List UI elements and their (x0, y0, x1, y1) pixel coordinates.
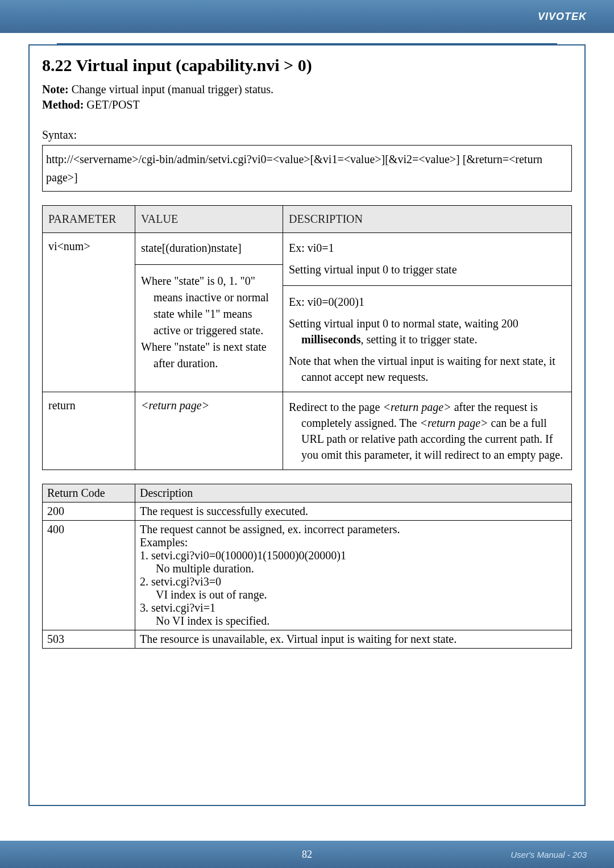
th-value: VALUE (135, 206, 283, 233)
cell-desc: The request is successfully executed. (135, 502, 572, 521)
value-part2-l2: Where "nstate" is next state after durat… (141, 339, 277, 372)
l6: 3. setvi.cgi?vi=1 (140, 601, 567, 614)
page-body: 8.22 Virtual input (capability.nvi > 0) … (0, 33, 614, 806)
l5: VI index is out of range. (140, 588, 567, 601)
brand-logo: VIVOTEK (538, 11, 587, 23)
desc2-l1: Ex: vi0=0(200)1 (289, 294, 566, 310)
desc2-l2: Setting virtual input 0 to normal state,… (289, 315, 566, 347)
cell-param: vi<num> (43, 233, 135, 392)
syntax-label: Syntax: (42, 128, 572, 142)
l4: 2. setvi.cgi?vi3=0 (140, 575, 567, 588)
note-label: Note: (42, 83, 69, 95)
table-row: vi<num> state[(duration)nstate] Where "s… (43, 233, 572, 392)
cell-code: 400 (43, 521, 135, 630)
table-row: 503 The resource is unavailable, ex. Vir… (43, 630, 572, 649)
table-row: return <return page> Redirect to the pag… (43, 392, 572, 470)
cell-desc: Redirect to the page <return page> after… (283, 392, 572, 470)
value-part2: Where "state" is 0, 1. "0" means inactiv… (141, 273, 277, 372)
header-bar: VIVOTEK (0, 0, 614, 33)
method-text: GET/POST (84, 98, 139, 111)
value-part2-l1: Where "state" is 0, 1. "0" means inactiv… (141, 273, 277, 339)
outer-page-number: User's Manual - 203 (511, 850, 587, 859)
method-label: Method: (42, 98, 84, 111)
content-box: 8.22 Virtual input (capability.nvi > 0) … (28, 44, 586, 806)
l2: 1. setvi.cgi?vi0=0(10000)1(15000)0(20000… (140, 549, 567, 562)
th-description: Description (135, 484, 572, 502)
inner-divider (283, 285, 571, 286)
note-text: Change virtual input (manual trigger) st… (69, 83, 273, 95)
desc2-l3: Note that when the virtual input is wait… (289, 353, 566, 385)
cell-param: return (43, 392, 135, 470)
l1: Examples: (140, 536, 567, 549)
return-code-table: Return Code Description 200 The request … (42, 484, 572, 649)
footer-bar: 82 User's Manual - 203 (0, 841, 614, 868)
cell-code: 200 (43, 502, 135, 521)
table-row: 400 The request cannot be assigned, ex. … (43, 521, 572, 630)
th-description: DESCRIPTION (283, 206, 572, 233)
cell-desc: The request cannot be assigned, ex. inco… (135, 521, 572, 630)
method-line: Method: GET/POST (42, 98, 572, 111)
cell-desc: Ex: vi0=1 Setting virtual input 0 to tri… (283, 233, 572, 392)
desc1-l1: Ex: vi0=1 (289, 240, 566, 256)
table-header-row: PARAMETER VALUE DESCRIPTION (43, 206, 572, 233)
section-title: 8.22 Virtual input (capability.nvi > 0) (42, 56, 572, 75)
value-part1: state[(duration)nstate] (141, 240, 277, 256)
note-line: Note: Change virtual input (manual trigg… (42, 83, 572, 96)
inner-divider (135, 264, 283, 265)
l7: No VI index is specified. (140, 614, 567, 628)
cell-value: state[(duration)nstate] Where "state" is… (135, 233, 283, 392)
inner-page-number: 82 (302, 849, 312, 861)
parameter-table: PARAMETER VALUE DESCRIPTION vi<num> stat… (42, 205, 572, 470)
cell-code: 503 (43, 630, 135, 649)
cell-value: <return page> (135, 392, 283, 470)
l0: The request cannot be assigned, ex. inco… (140, 523, 567, 536)
desc1-l2: Setting virtual input 0 to trigger state (289, 261, 566, 277)
l3: No multiple duration. (140, 562, 567, 575)
syntax-box: http://<servername>/cgi-bin/admin/setvi.… (42, 145, 572, 192)
table-header-row: Return Code Description (43, 484, 572, 502)
cell-desc: The resource is unavailable, ex. Virtual… (135, 630, 572, 649)
th-parameter: PARAMETER (43, 206, 135, 233)
th-return-code: Return Code (43, 484, 135, 502)
table-row: 200 The request is successfully executed… (43, 502, 572, 521)
